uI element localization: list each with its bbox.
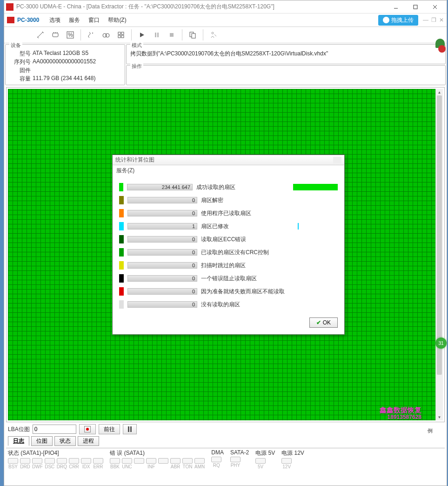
- status-section: 状态 (SATA1)-[PIO4]BSYDRDDWFDSCDRQCRRIDXER…: [6, 448, 445, 469]
- led: BSY: [8, 458, 18, 469]
- tabs-row: 日志 位图 状态 进程: [8, 436, 443, 446]
- svg-rect-18: [155, 33, 156, 37]
- maximize-button[interactable]: [406, 1, 425, 13]
- goto-button[interactable]: 前往: [99, 424, 120, 434]
- status-group-title: DMA: [211, 449, 224, 456]
- mdi-restore[interactable]: ❐: [431, 17, 436, 23]
- led-bulb: [8, 458, 18, 464]
- menu-window[interactable]: 窗口: [85, 15, 103, 25]
- led-bulb: [158, 458, 168, 464]
- stat-label: 扇区解密: [201, 196, 294, 204]
- stat-value: 0: [127, 275, 197, 282]
- brand-label: PC-3000: [17, 17, 39, 23]
- device-legend: 设备: [9, 42, 22, 49]
- mdi-minimize[interactable]: —: [423, 17, 428, 23]
- play-button[interactable]: [135, 28, 148, 41]
- mdi-close[interactable]: ✕: [439, 17, 444, 23]
- tab-log[interactable]: 日志: [8, 436, 29, 446]
- stat-visual: [298, 275, 338, 282]
- menu-options[interactable]: 选项: [46, 15, 64, 25]
- tool-chip-icon[interactable]: [49, 28, 62, 41]
- led: DRQ: [57, 458, 67, 469]
- stat-label: 扇区已修改: [201, 223, 294, 230]
- stat-row: 0扇区解密: [119, 195, 338, 206]
- stop-button[interactable]: [165, 28, 178, 41]
- stat-value: 0: [127, 301, 197, 308]
- stat-value: 0: [127, 197, 197, 203]
- stat-row: 0已读取的扇区没有CRC控制: [119, 247, 338, 258]
- dialog-title: 统计和计算位图: [115, 156, 154, 164]
- badge-31[interactable]: 31: [435, 338, 447, 349]
- status-leds: BSYDRDDWFDSCDRQCRRIDXERR: [8, 458, 103, 469]
- ok-label: OK: [323, 319, 331, 326]
- menu-help[interactable]: 帮助(Z): [104, 15, 130, 25]
- tool-person-icon[interactable]: [207, 28, 220, 41]
- led-label: TON: [183, 464, 193, 469]
- record-button[interactable]: [79, 424, 96, 434]
- led-label: BSY: [8, 464, 18, 469]
- led-bulb: [110, 458, 120, 464]
- svg-rect-13: [118, 32, 120, 34]
- example-button[interactable]: 例: [428, 427, 433, 434]
- dialog-menu-service[interactable]: 服务(Z): [113, 165, 344, 176]
- stat-value: 1: [127, 223, 197, 230]
- stat-color-swatch: [119, 222, 124, 230]
- minimize-button[interactable]: [386, 1, 406, 13]
- record-icon: [84, 426, 91, 432]
- stat-row: 0扫描时跳过的扇区: [119, 260, 338, 271]
- tool-map-icon[interactable]: [85, 28, 98, 41]
- tab-process[interactable]: 进程: [78, 436, 99, 446]
- dialog-titlebar[interactable]: 统计和计算位图: [113, 155, 344, 165]
- window-title: PC-3000 UDMA-E - China - [Data Extractor…: [16, 3, 386, 11]
- lba-row: LBA位图 前往: [8, 424, 443, 434]
- tab-bitmap[interactable]: 位图: [31, 436, 53, 446]
- close-button[interactable]: [425, 1, 445, 13]
- capacity-key: 容量: [9, 75, 33, 83]
- dialog-close-button[interactable]: [333, 157, 341, 163]
- led: CRR: [69, 458, 79, 469]
- led: AMN: [194, 458, 205, 469]
- tool-copy-icon[interactable]: [186, 28, 199, 41]
- status-group: DMARQ: [211, 449, 224, 469]
- stat-visual: [293, 184, 338, 190]
- stat-visual: [298, 288, 338, 295]
- tab-status[interactable]: 状态: [54, 436, 76, 446]
- app-icon: [6, 3, 13, 11]
- toolbar: %: [4, 27, 447, 43]
- led-bulb: [81, 458, 91, 464]
- ok-button[interactable]: ✔ OK: [309, 317, 338, 328]
- tool-settings-icon[interactable]: [34, 28, 47, 41]
- status-leds: RQ: [211, 457, 224, 468]
- pause-button[interactable]: [150, 28, 163, 41]
- svg-line-24: [214, 34, 216, 36]
- led: [134, 458, 144, 469]
- scroll-up-icon[interactable]: ▲: [436, 89, 443, 95]
- pause-lba-button[interactable]: [123, 424, 137, 434]
- svg-point-10: [92, 33, 93, 34]
- status-group: 错 误 (SATA1)BBKUNCINFABRTONAMN: [110, 449, 205, 469]
- status-group-title: 错 误 (SATA1): [110, 449, 205, 457]
- led-label: ABR: [171, 464, 181, 469]
- stat-row: 1扇区已修改: [119, 221, 338, 232]
- firmware-value: [33, 67, 121, 74]
- menu-service[interactable]: 服务: [65, 15, 84, 25]
- mode-panel: 模式 拷贝数据到"A:\PC3000\20190706太仓的台电SM2258XT…: [126, 44, 446, 64]
- menubar: PC-3000 选项 服务 窗口 帮助(Z) 拖拽上传 — ❐ ✕: [4, 14, 447, 27]
- status-group: 状态 (SATA1)-[PIO4]BSYDRDDWFDSCDRQCRRIDXER…: [8, 449, 103, 469]
- stats-dialog: 统计和计算位图 服务(Z) 234 441 647成功读取的扇区0扇区解密0使用…: [112, 155, 345, 335]
- status-group-title: SATA-2: [230, 449, 249, 456]
- cloud-upload-button[interactable]: 拖拽上传: [378, 15, 418, 26]
- stat-color-swatch: [119, 287, 124, 296]
- scroll-thumb[interactable]: [437, 95, 442, 375]
- info-row: 设备 型号 ATA Teclast 120GB S5 序列号 AA0000000…: [4, 43, 447, 86]
- tool-percent-icon[interactable]: %: [64, 28, 77, 41]
- tool-grid-icon[interactable]: [114, 28, 127, 41]
- tool-binoculars-icon[interactable]: [100, 28, 113, 41]
- scroll-down-icon[interactable]: ▼: [436, 414, 443, 420]
- lba-input[interactable]: [33, 425, 76, 434]
- stat-value: 0: [127, 249, 197, 256]
- led: [158, 458, 168, 469]
- vertical-scrollbar[interactable]: ▲ ▼: [435, 89, 443, 420]
- led: 5V: [255, 458, 266, 469]
- stat-label: 已读取的扇区没有CRC控制: [201, 249, 294, 256]
